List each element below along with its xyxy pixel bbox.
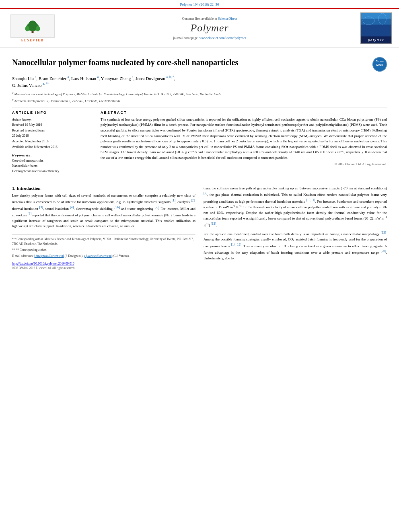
svg-point-4	[25, 26, 29, 31]
svg-text:Mark: Mark	[376, 64, 383, 66]
sciencedirect-link: Contents lists available at ScienceDirec…	[64, 16, 356, 21]
footnote-email: E-mail addresses: j.duvigneau@utwente.nl…	[12, 254, 195, 259]
received-revised-date: Received in revised form29 July 2016	[12, 128, 93, 139]
accepted-date: Accepted 6 September 2016	[12, 139, 93, 144]
copyright: © 2016 Elsevier Ltd. All rights reserved…	[101, 162, 387, 166]
abstract-text: The synthesis of low surface energy poly…	[101, 117, 387, 161]
affiliations: a Materials Science and Technology of Po…	[12, 91, 387, 103]
body-left-column: 1. Introduction Low density polymer foam…	[12, 186, 195, 270]
sciencedirect-url[interactable]: ScienceDirect	[218, 16, 237, 21]
author-joost: Joost Duvigneau a, b, *,	[136, 76, 175, 81]
author-lars: Lars Hulsman a,	[71, 76, 101, 81]
received-date: Received 10 May 2016	[12, 122, 93, 128]
section-divider-2	[12, 180, 387, 180]
journal-header-right: polymer	[360, 12, 393, 44]
elsevier-label: ELSEVIER	[21, 39, 44, 42]
svg-rect-8	[361, 13, 391, 19]
issn-line: 0032-3861/© 2016 Elsevier Ltd. All right…	[12, 266, 195, 270]
article-info-header: ARTICLE INFO	[12, 111, 93, 115]
article-title-row: Nanocellular polymer foams nucleated by …	[12, 57, 387, 72]
journal-header-left: ELSEVIER	[6, 14, 59, 42]
journal-header-center: Contents lists available at ScienceDirec…	[64, 16, 356, 40]
ref-14-19[interactable]: [14–19]	[231, 243, 241, 246]
ref-5-6[interactable]: [5,6]	[114, 205, 120, 209]
affil-2: b Aerotech Development BV, Drienerlolaan…	[12, 98, 387, 104]
abstract-paragraph: The synthesis of low surface energy poly…	[101, 117, 387, 161]
intro-right-text: than, the collision mean free path of ga…	[204, 186, 387, 261]
journal-name: Polymer	[64, 22, 356, 34]
author-shanqiu: Shanqiu Liu a,	[12, 76, 39, 81]
page-wrapper: Polymer 104 (2016) 22–30 ELSEVIER	[0, 0, 399, 532]
body-content: 1. Introduction Low density polymer foam…	[12, 186, 387, 270]
article-title: Nanocellular polymer foams nucleated by …	[12, 57, 368, 68]
footnote-star2: **	[12, 248, 16, 252]
history-label: Article history:	[12, 117, 93, 123]
ref-12[interactable]: [12]	[211, 222, 216, 226]
email-vancso[interactable]: g.j.vancso@utwente.nl	[84, 254, 112, 258]
keyword-1: Core-shell nanoparticles	[12, 158, 93, 164]
intro-section-title: 1. Introduction	[12, 186, 195, 191]
keywords-section: Keywords: Core-shell nanoparticles Nanoc…	[12, 154, 93, 174]
keyword-2: Nanocellular foams	[12, 164, 93, 169]
ref-7[interactable]: [7]	[155, 205, 158, 209]
email-duvigneau[interactable]: j.duvigneau@utwente.nl	[34, 254, 64, 258]
svg-text:polymer: polymer	[368, 39, 384, 42]
authors: Shanqiu Liu a, Bram Zoetebier a, Lars Hu…	[12, 75, 387, 88]
section-divider-1	[12, 107, 387, 107]
ref-1[interactable]: [1]	[172, 199, 175, 202]
intro-para-3: For the applications mentioned, control …	[204, 230, 387, 261]
article-history: Article history: Received 10 May 2016 Re…	[12, 117, 93, 150]
svg-point-5	[36, 26, 40, 31]
crossmark-icon: Cross Mark	[372, 57, 387, 72]
footnote-1: * * Corresponding author. Materials Scie…	[12, 237, 195, 246]
article-info-abstract-row: ARTICLE INFO Article history: Received 1…	[12, 111, 387, 174]
elsevier-tree-icon	[23, 18, 43, 34]
available-online-date: Available online 8 September 2016	[12, 144, 93, 150]
elsevier-logo: ELSEVIER	[6, 14, 59, 42]
ref-4[interactable]: [4]	[70, 205, 74, 209]
journal-reference: Polymer 104 (2016) 22–30	[180, 2, 219, 6]
footnote-2: ** ** Corresponding author.	[12, 248, 195, 253]
journal-homepage: journal homepage: www.elsevier.com/locat…	[64, 36, 356, 40]
ref-8[interactable]: [8]	[28, 212, 31, 216]
crossmark-badge[interactable]: Cross Mark	[372, 57, 387, 72]
keyword-3: Heterogeneous nucleation efficiency	[12, 169, 93, 174]
author-bram: Bram Zoetebier a,	[39, 76, 71, 81]
ref-20[interactable]: [20]	[380, 249, 386, 253]
body-right-column: than, the collision mean free path of ga…	[204, 186, 387, 270]
main-content: Nanocellular polymer foams nucleated by …	[0, 47, 399, 274]
ref-13[interactable]: [13]	[380, 231, 386, 234]
author-yuanyuan: Yuanyuan Zhang a,	[101, 76, 136, 81]
footnotes: * * Corresponding author. Materials Scie…	[12, 234, 195, 259]
affil-1: a Materials Science and Technology of Po…	[12, 91, 387, 97]
author-julius: G. Julius Vancso a, **	[12, 83, 49, 88]
ref-9[interactable]: [9]	[204, 191, 207, 195]
keywords-header: Keywords:	[12, 154, 93, 157]
abstract-column: ABSTRACT The synthesis of low surface en…	[101, 111, 387, 174]
elsevier-logo-box	[10, 14, 55, 38]
doi-line[interactable]: http://dx.doi.org/10.1016/j.polymer.2016…	[12, 262, 195, 265]
journal-header: ELSEVIER Contents lists available at Sci…	[0, 8, 399, 47]
svg-text:Cross: Cross	[376, 60, 384, 63]
journal-homepage-url[interactable]: www.elsevier.com/locate/polymer	[200, 36, 246, 40]
abstract-header: ABSTRACT	[101, 111, 387, 115]
journal-cover-svg: polymer	[361, 12, 391, 44]
ref-10-11[interactable]: [10,11]	[306, 198, 315, 202]
intro-para-1: Low density polymer foams with cell size…	[12, 193, 195, 230]
article-info-column: ARTICLE INFO Article history: Received 1…	[12, 111, 93, 174]
journal-cover-image: polymer	[360, 12, 392, 44]
top-bar: Polymer 104 (2016) 22–30	[0, 0, 399, 8]
intro-left-text: Low density polymer foams with cell size…	[12, 193, 195, 230]
ref-2[interactable]: [2]	[191, 199, 194, 202]
intro-para-2: than, the collision mean free path of ga…	[204, 186, 387, 228]
ref-3[interactable]: [3]	[39, 205, 43, 209]
